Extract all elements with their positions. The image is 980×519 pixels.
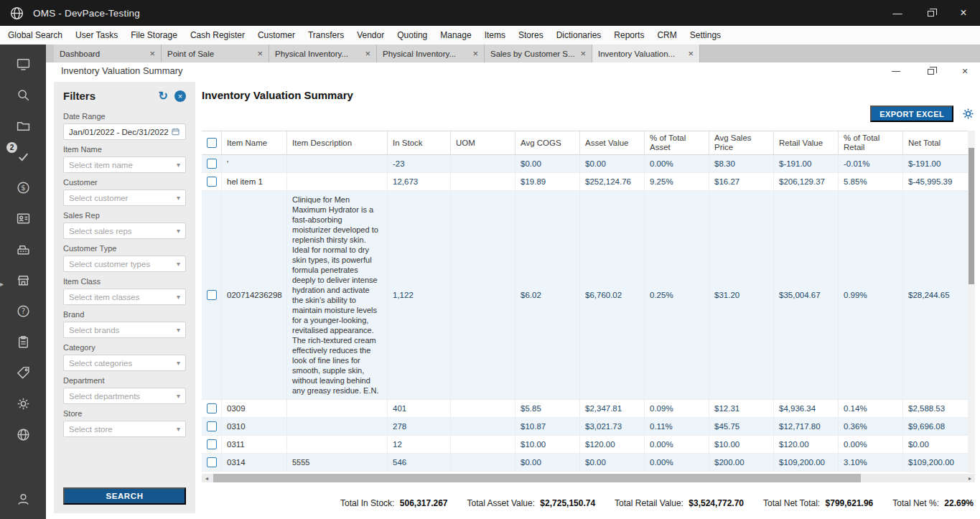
filter-input-brand[interactable]: Select brands▾: [63, 322, 186, 338]
menu-item-stores[interactable]: Stores: [512, 26, 550, 45]
menu-item-manage[interactable]: Manage: [434, 26, 477, 45]
column-header-in-stock[interactable]: In Stock: [388, 131, 451, 154]
row-checkbox[interactable]: [207, 439, 217, 449]
column-header-avg-cogs[interactable]: Avg COGS: [515, 131, 580, 154]
sidebar-item-cash-register[interactable]: [0, 234, 46, 265]
cell-of-total-asset: 0.00%: [645, 454, 709, 471]
filter-input-item-class[interactable]: Select item classes▾: [63, 289, 186, 305]
column-header-uom[interactable]: UOM: [451, 131, 515, 154]
refresh-filters-icon[interactable]: ↻: [159, 89, 168, 103]
tab-dashboard[interactable]: Dashboard×: [54, 45, 162, 62]
scroll-left-icon[interactable]: ◂: [202, 475, 212, 482]
row-checkbox[interactable]: [207, 457, 217, 467]
column-header-of-total-asset[interactable]: % of Total Asset: [645, 131, 709, 154]
tab-close-icon[interactable]: ×: [472, 49, 478, 58]
close-button[interactable]: ×: [947, 0, 980, 26]
inner-window-title: Inventory Valuation Summary: [61, 65, 183, 76]
filter-input-department[interactable]: Select departments▾: [63, 388, 186, 404]
sidebar-item-dashboard[interactable]: [0, 49, 46, 80]
sidebar-item-payments[interactable]: $: [0, 172, 46, 203]
export-excel-button[interactable]: EXPORT EXCEL: [870, 106, 953, 122]
cell-of-total-asset: 0.11%: [645, 418, 709, 435]
column-header-item-name[interactable]: Item Name: [222, 131, 287, 154]
menu-item-dictionaries[interactable]: Dictionaries: [550, 26, 608, 45]
filter-input-customer-type[interactable]: Select customer types▾: [63, 256, 186, 272]
column-header-avg-sales-price[interactable]: Avg Sales Price: [709, 131, 774, 154]
menu-item-items[interactable]: Items: [478, 26, 512, 45]
menu-item-reports[interactable]: Reports: [607, 26, 650, 45]
tab-close-icon[interactable]: ×: [257, 49, 263, 58]
filter-input-store[interactable]: Select store▾: [63, 421, 186, 437]
menu-item-customer[interactable]: Customer: [251, 26, 302, 45]
cell-of-total-asset: 0.09%: [645, 400, 709, 417]
filter-placeholder: Select store: [69, 425, 177, 434]
sidebar-item-help[interactable]: ?: [0, 296, 46, 327]
chevron-down-icon: ▾: [177, 161, 180, 169]
row-checkbox[interactable]: [207, 421, 217, 431]
filter-placeholder: Select departments: [69, 392, 177, 401]
sidebar-item-tasks[interactable]: 2: [0, 141, 46, 172]
scroll-right-icon[interactable]: ▸: [965, 475, 975, 482]
sidebar-item-web[interactable]: [0, 419, 46, 450]
column-header-of-total-retail[interactable]: % of Total Retail: [839, 131, 903, 154]
filter-input-category[interactable]: Select categories▾: [63, 355, 186, 371]
restore-button[interactable]: [914, 0, 947, 26]
inner-close-button[interactable]: ×: [960, 65, 970, 77]
select-all-checkbox[interactable]: [207, 138, 217, 148]
sidebar-item-orders[interactable]: [0, 327, 46, 357]
tab-close-icon[interactable]: ×: [365, 49, 370, 58]
row-checkbox-cell: [202, 191, 222, 399]
sidebar-item-settings[interactable]: [0, 388, 46, 419]
close-filters-icon[interactable]: ×: [174, 90, 186, 102]
tab-close-icon[interactable]: ×: [688, 49, 694, 58]
column-header-net-total[interactable]: Net Total: [903, 131, 968, 154]
row-checkbox[interactable]: [207, 290, 217, 300]
sidebar-item-search[interactable]: [0, 80, 46, 111]
horizontal-scrollbar[interactable]: ◂ ▸: [202, 474, 975, 482]
vertical-scrollbar[interactable]: [968, 131, 975, 473]
filter-input-item-name[interactable]: Select item name▾: [63, 156, 186, 173]
vertical-scrollbar-thumb[interactable]: [969, 148, 974, 284]
menu-item-user-tasks[interactable]: User Tasks: [69, 26, 124, 45]
filter-input-customer[interactable]: Select customer▾: [63, 190, 186, 206]
filter-label-date-range: Date Range: [63, 112, 186, 121]
inner-restore-button[interactable]: [925, 67, 935, 75]
filter-input-date-range[interactable]: Jan/01/2022 - Dec/31/2022: [63, 123, 186, 140]
search-button[interactable]: SEARCH: [63, 487, 186, 505]
filter-input-sales-rep[interactable]: Select sales reps▾: [63, 223, 186, 239]
sidebar-item-user[interactable]: [0, 484, 46, 515]
sidebar-item-store[interactable]: [0, 265, 46, 296]
menu-item-file-storage[interactable]: File Storage: [124, 26, 184, 45]
inner-minimize-button[interactable]: —: [891, 66, 901, 76]
tab-close-icon[interactable]: ×: [149, 49, 155, 58]
menu-item-cash-register[interactable]: Cash Register: [184, 26, 251, 45]
cell-avg-cogs: $6.02: [515, 191, 580, 399]
menu-item-quoting[interactable]: Quoting: [391, 26, 434, 45]
sidebar-item-folder[interactable]: [0, 111, 46, 141]
row-checkbox[interactable]: [207, 177, 217, 187]
filter-fields: Date RangeJan/01/2022 - Dec/31/2022Item …: [63, 107, 186, 437]
tab-physical-inventory[interactable]: Physical Inventory...×: [377, 45, 485, 62]
tab-close-icon[interactable]: ×: [580, 49, 586, 58]
minimize-button[interactable]: —: [881, 0, 914, 26]
sidebar-item-contacts[interactable]: [0, 203, 46, 234]
row-checkbox[interactable]: [207, 159, 217, 169]
tab-physical-inventory[interactable]: Physical Inventory...×: [269, 45, 377, 62]
column-header-asset-value[interactable]: Asset Value: [580, 131, 645, 154]
menu-item-transfers[interactable]: Transfers: [302, 26, 350, 45]
cell-net-total: $-191.00: [903, 155, 968, 172]
tab-inventory-valuation[interactable]: Inventory Valuation...×: [592, 45, 700, 62]
close-icon: ×: [960, 6, 966, 19]
tab-point-of-sale[interactable]: Point of Sale×: [162, 45, 269, 62]
menu-item-global-search[interactable]: Global Search: [1, 26, 69, 45]
column-header-item-description[interactable]: Item Description: [287, 131, 388, 154]
sidebar-item-tags[interactable]: [0, 357, 46, 388]
row-checkbox[interactable]: [207, 403, 217, 413]
table-settings-gear-icon[interactable]: [961, 107, 975, 121]
horizontal-scrollbar-thumb[interactable]: [213, 474, 861, 482]
menu-item-crm[interactable]: CRM: [650, 26, 683, 45]
menu-item-settings[interactable]: Settings: [683, 26, 727, 45]
tab-sales-by-customer-s[interactable]: Sales by Customer S...×: [485, 45, 592, 62]
menu-item-vendor[interactable]: Vendor: [350, 26, 391, 45]
column-header-retail-value[interactable]: Retail Value: [774, 131, 839, 154]
